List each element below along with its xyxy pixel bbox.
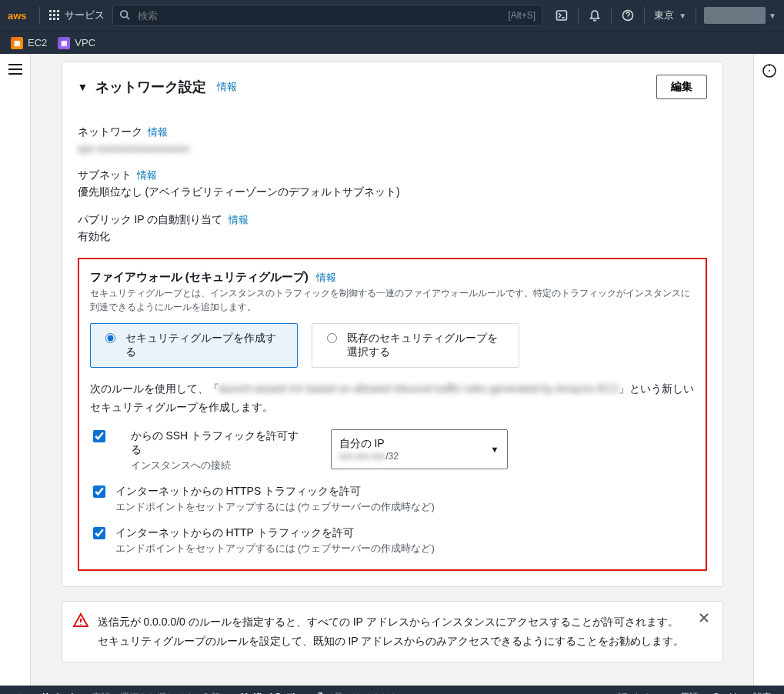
nav-divider [578,7,579,24]
main-content: ▼ ネットワーク設定 情報 編集 ネットワーク 情報 vpc-xxxxxxxxx… [31,54,753,686]
field-label: サブネット [78,168,132,181]
aws-logo[interactable]: aws [8,10,30,22]
svg-rect-2 [57,10,59,12]
nav-divider [644,7,645,24]
ec2-icon: ▣ [11,37,23,49]
rule-http-checkbox[interactable] [93,527,105,539]
info-link[interactable]: 情報 [137,169,157,181]
new-sg-text: 次のルールを使用して、「launch-wizard-XX based on al… [90,380,695,417]
svg-point-9 [120,10,127,17]
footer-lang-hint: 言語の選択をお探しですか? 新しい Unified Settings で見つけて… [92,691,417,694]
field-value-redacted: vpc-xxxxxxxxxxxxxxxxx [78,142,707,155]
rule-http-label: インターネットからの HTTP トラフィックを許可 [115,526,435,540]
rule-ssh: からの SSH トラフィックを許可する インスタンスへの接続 自分の IP xx… [90,429,695,472]
footer-cookie[interactable]: Cookie の設定 [712,691,772,694]
search-icon [119,9,130,22]
global-search[interactable]: [Alt+S] [112,5,543,26]
field-public-ip: パブリック IP の自動割り当て 情報 有効化 [78,213,707,244]
rule-https: インターネットからの HTTPS トラフィックを許可 エンドポイントをセットアッ… [90,485,695,514]
svg-rect-7 [53,18,55,20]
vpc-icon: ▣ [58,37,70,49]
rule-https-desc: エンドポイントをセットアップするには (ウェブサーバーの作成時など) [115,500,435,514]
footer-privacy[interactable]: プライバシー [611,691,666,694]
caret-down-icon: ▼ [491,445,499,454]
sg-option-create[interactable]: セキュリティグループを作成する [90,323,298,368]
right-rail [753,54,784,686]
field-subnet: サブネット 情報 優先順位なし (アベイラビリティーゾーンのデフォルトサブネット… [78,168,707,199]
nav-divider [696,7,696,24]
ssh-source-cidr: xxx.xxx.xxx/32 [339,451,499,462]
footer-bar: フィードバック 言語の選択をお探しですか? 新しい Unified Settin… [0,686,784,694]
caret-down-icon: ▼ [679,12,686,20]
collapse-caret-icon: ▼ [78,81,88,93]
field-network: ネットワーク 情報 vpc-xxxxxxxxxxxxxxxxx [78,125,707,155]
cloudshell-button[interactable] [550,4,573,27]
rule-https-label: インターネットからの HTTPS トラフィックを許可 [115,485,435,499]
panel-title-row[interactable]: ▼ ネットワーク設定 情報 [78,78,238,96]
search-shortcut: [Alt+S] [509,10,536,21]
svg-rect-0 [49,10,52,12]
region-selector[interactable]: 東京 ▼ [649,8,691,22]
edit-button[interactable]: 編集 [656,75,707,99]
info-link[interactable]: 情報 [316,271,336,285]
footer-terms[interactable]: 用語 [680,691,699,694]
warning-text: 送信元が 0.0.0.0/0 のルールを指定すると、すべての IP アドレスから… [98,612,687,651]
services-menu[interactable]: サービス [49,8,105,22]
feedback-link[interactable]: フィードバック [12,691,77,694]
region-label: 東京 [654,8,674,22]
rule-ssh-label: からの SSH トラフィックを許可する [131,429,308,457]
svg-point-14 [628,18,629,18]
services-label: サービス [65,8,105,22]
sg-option-select-label: 既存のセキュリティグループを選択する [347,332,508,359]
text-fragment-redacted: launch-wizard-XX based on allowed inboun… [219,382,619,395]
info-link[interactable]: 情報 [229,214,249,225]
warning-dismiss[interactable] [696,612,712,623]
panel-title: ネットワーク設定 [95,78,206,96]
text-fragment-redacted: xxx.xxx.xxx [339,451,386,462]
nav-divider [39,7,40,24]
svg-rect-3 [49,14,52,16]
info-link[interactable]: 情報 [217,80,237,94]
svg-rect-6 [49,18,52,20]
field-value: 優先順位なし (アベイラビリティーゾーンのデフォルトサブネット) [78,185,707,199]
svg-rect-1 [53,10,55,12]
service-chip-vpc[interactable]: ▣ VPC [55,35,98,51]
search-input[interactable] [136,9,502,22]
rule-http: インターネットからの HTTP トラフィックを許可 エンドポイントをセットアップ… [90,526,695,556]
ssh-source-select[interactable]: 自分の IP xxx.xxx.xxx/32 ▼ [331,429,508,469]
text-fragment: 次のルールを使用して、「 [90,382,219,395]
help-button[interactable] [616,4,639,27]
nav-divider [611,7,612,24]
account-menu[interactable]: ▼ [701,7,776,24]
service-chip-ec2[interactable]: ▣ EC2 [8,35,50,51]
rule-https-checkbox[interactable] [93,485,105,498]
notifications-button[interactable] [583,4,606,27]
firewall-title: ファイアウォール (セキュリティグループ) [90,270,309,285]
left-rail [0,54,31,686]
service-chip-label: EC2 [28,37,47,48]
side-nav-toggle[interactable] [8,63,23,75]
nav-right: 東京 ▼ ▼ [550,4,776,27]
text-fragment: /32 [385,451,399,462]
help-panel-toggle[interactable] [762,63,777,686]
account-name-redacted [704,7,766,24]
svg-line-10 [126,16,129,19]
info-link[interactable]: 情報 [148,126,168,138]
ssh-source-label: 自分の IP [339,437,499,451]
rule-ssh-checkbox[interactable] [93,430,105,442]
field-label: ネットワーク [78,125,142,138]
rule-http-desc: エンドポイントをセットアップするには (ウェブサーバーの作成時など) [115,542,435,556]
field-label: パブリック IP の自動割り当て [78,213,223,225]
svg-point-20 [80,623,82,625]
service-chip-label: VPC [75,37,95,48]
sg-option-create-radio[interactable] [105,333,115,343]
firewall-desc: セキュリティグループとは、インスタンスのトラフィックを制御する一連のファイアウォ… [90,286,695,314]
firewall-section-highlight: ファイアウォール (セキュリティグループ) 情報 セキュリティグループとは、イン… [78,258,707,571]
open-source-warning: 送信元が 0.0.0.0/0 のルールを指定すると、すべての IP アドレスから… [62,601,723,662]
sg-option-select[interactable]: 既存のセキュリティグループを選択する [312,323,519,368]
svg-point-24 [769,70,770,72]
svg-rect-8 [57,18,59,20]
sg-option-select-radio[interactable] [327,333,337,343]
sg-option-create-label: セキュリティグループを作成する [125,332,286,359]
warning-icon [73,612,88,630]
